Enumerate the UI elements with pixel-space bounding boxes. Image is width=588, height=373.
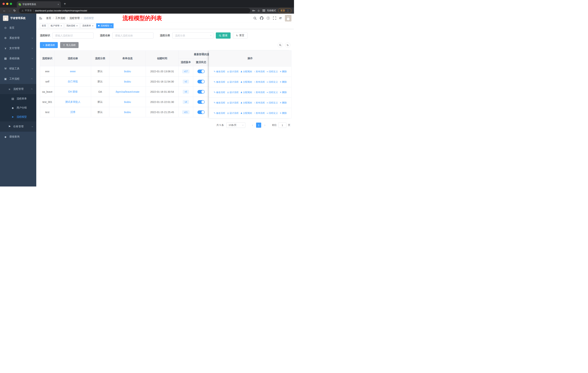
- delete-process-link[interactable]: ✕删除: [280, 112, 287, 115]
- breadcrumb-workflow[interactable]: 工作流程: [55, 17, 65, 20]
- design-process-link[interactable]: ◎设计流程: [227, 101, 238, 104]
- tag-home[interactable]: 首页: [40, 23, 48, 28]
- process-id-input[interactable]: [52, 32, 94, 39]
- password-key-icon[interactable]: [252, 9, 255, 12]
- process-name-link[interactable]: 自己审批: [68, 80, 78, 83]
- user-avatar[interactable]: [285, 15, 292, 21]
- sidebar-item-workflow[interactable]: ▣ 工作流程: [0, 74, 36, 84]
- sidebar-item-task-management[interactable]: ⚑ 任务管理: [0, 121, 36, 132]
- sidebar-collapse-button[interactable]: [36, 14, 45, 23]
- close-icon[interactable]: ×: [110, 25, 112, 27]
- sidebar-item-payment[interactable]: ¥ 支付管理: [0, 43, 36, 53]
- delete-process-link[interactable]: ✕删除: [280, 81, 287, 84]
- tag-process-model[interactable]: 流程模型 ×: [96, 23, 114, 28]
- publish-process-link[interactable]: ☝发布流程: [254, 70, 265, 73]
- tag-my-process[interactable]: 我的流程 ×: [65, 23, 80, 28]
- active-toggle[interactable]: [197, 100, 205, 104]
- version-badge[interactable]: v4: [183, 100, 189, 104]
- edit-process-link[interactable]: ✎修改流程: [214, 101, 225, 104]
- search-button[interactable]: 搜索: [216, 32, 231, 39]
- edit-process-link[interactable]: ✎修改流程: [214, 81, 225, 84]
- bookmark-star-icon[interactable]: ☆: [257, 9, 260, 12]
- process-category-select[interactable]: [172, 32, 213, 39]
- process-name-link[interactable]: 滔博: [70, 111, 75, 113]
- version-badge[interactable]: v2: [183, 80, 189, 83]
- goto-page-input[interactable]: [278, 122, 286, 128]
- active-toggle[interactable]: [197, 80, 205, 83]
- fullscreen-icon[interactable]: [273, 17, 276, 20]
- sidebar-item-infrastructure[interactable]: ▦ 基础设施: [0, 53, 36, 64]
- page-number-current[interactable]: 1: [256, 122, 261, 128]
- create-process-button[interactable]: + 新建流程: [40, 42, 58, 48]
- process-definition-link[interactable]: ∞流程定义: [267, 70, 278, 73]
- search-icon[interactable]: [253, 17, 257, 20]
- breadcrumb-process-management[interactable]: 流程管理: [69, 17, 80, 20]
- import-process-button[interactable]: ↥ 导入流程: [60, 42, 79, 48]
- process-definition-link[interactable]: ∞流程定义: [267, 112, 278, 115]
- version-badge[interactable]: v5: [183, 90, 189, 94]
- design-process-link[interactable]: ◎设计流程: [227, 70, 238, 73]
- reload-icon[interactable]: ↻: [12, 8, 17, 13]
- minimize-window-button[interactable]: [6, 3, 8, 5]
- publish-process-link[interactable]: ☝发布流程: [254, 81, 265, 84]
- browser-update-button[interactable]: 更新 ⋮: [278, 8, 292, 13]
- security-status[interactable]: ⚠ 不安全: [21, 9, 32, 12]
- sidebar-item-devtools[interactable]: ⚒ 研发工具: [0, 64, 36, 74]
- design-process-link[interactable]: ◎设计流程: [227, 81, 238, 84]
- process-name-link[interactable]: 测试多审批人: [65, 100, 81, 103]
- github-icon[interactable]: [260, 16, 263, 20]
- version-badge[interactable]: v17: [182, 70, 189, 73]
- form-info-link[interactable]: biubiu: [124, 80, 131, 83]
- close-window-button[interactable]: [2, 3, 5, 5]
- process-definition-link[interactable]: ∞流程定义: [267, 81, 278, 84]
- prev-page-button[interactable]: ‹: [250, 122, 255, 128]
- assign-rule-link[interactable]: ♟分配规则: [241, 70, 252, 73]
- font-size-icon[interactable]: tT: [279, 17, 282, 20]
- publish-process-link[interactable]: ☝发布流程: [254, 91, 265, 94]
- assign-rule-link[interactable]: ♟分配规则: [241, 81, 252, 84]
- delete-process-link[interactable]: ✕删除: [280, 101, 287, 104]
- sidebar-item-system[interactable]: ⚙ 系统管理: [0, 33, 36, 43]
- edit-process-link[interactable]: ✎修改流程: [214, 91, 225, 94]
- browser-tab[interactable]: 芋道管理系统 ×: [17, 1, 61, 8]
- delete-process-link[interactable]: ✕删除: [280, 70, 287, 73]
- zoom-window-button[interactable]: [10, 3, 12, 5]
- form-info-link[interactable]: /bpm/oa/leave/create: [116, 90, 139, 93]
- close-icon[interactable]: ×: [76, 25, 78, 27]
- tag-tenant-management[interactable]: 租户管理 ×: [49, 23, 64, 28]
- edit-process-link[interactable]: ✎修改流程: [214, 112, 225, 115]
- process-name-input[interactable]: [113, 32, 153, 39]
- sidebar-item-process-management[interactable]: ≡ 流程管理: [0, 84, 36, 94]
- tag-process-form[interactable]: 流程表单 ×: [80, 23, 95, 28]
- next-page-button[interactable]: ›: [262, 122, 267, 128]
- form-info-link[interactable]: biubiu: [124, 111, 131, 114]
- sidebar-item-home[interactable]: ⊙ 首页: [0, 23, 36, 33]
- new-tab-button[interactable]: +: [64, 2, 66, 6]
- version-badge[interactable]: v21: [182, 110, 189, 114]
- page-size-select[interactable]: 10条/页: [226, 122, 245, 128]
- form-info-link[interactable]: biubiu: [124, 70, 131, 73]
- active-toggle[interactable]: [197, 90, 205, 94]
- toggle-search-button[interactable]: [278, 42, 283, 48]
- sidebar-item-process-model[interactable]: ➤ 流程模型: [0, 112, 36, 121]
- process-definition-link[interactable]: ∞流程定义: [267, 101, 278, 104]
- delete-process-link[interactable]: ✕删除: [280, 91, 287, 94]
- design-process-link[interactable]: ◎设计流程: [227, 91, 238, 94]
- tab-close-icon[interactable]: ×: [58, 3, 59, 6]
- sidebar-item-process-form[interactable]: ▤ 流程表单: [0, 94, 36, 103]
- edit-process-link[interactable]: ✎修改流程: [214, 70, 225, 73]
- browser-menu-icon[interactable]: ⋮: [287, 9, 289, 12]
- reset-button[interactable]: ↻ 重置: [233, 32, 248, 39]
- assign-rule-link[interactable]: ♟分配规则: [241, 91, 252, 94]
- process-name-link[interactable]: OA 请假: [68, 90, 77, 93]
- assign-rule-link[interactable]: ♟分配规则: [241, 112, 252, 115]
- process-name-link[interactable]: eeee: [70, 70, 76, 73]
- sidebar-item-user-group[interactable]: ☻ 用户分组: [0, 103, 36, 112]
- form-info-link[interactable]: biubiu: [124, 101, 131, 103]
- process-definition-link[interactable]: ∞流程定义: [267, 91, 278, 94]
- refresh-button[interactable]: ↻: [285, 42, 290, 48]
- forward-icon[interactable]: →: [7, 8, 12, 13]
- assign-rule-link[interactable]: ♟分配规则: [241, 101, 252, 104]
- help-icon[interactable]: ?: [267, 17, 270, 20]
- active-toggle[interactable]: [197, 110, 205, 114]
